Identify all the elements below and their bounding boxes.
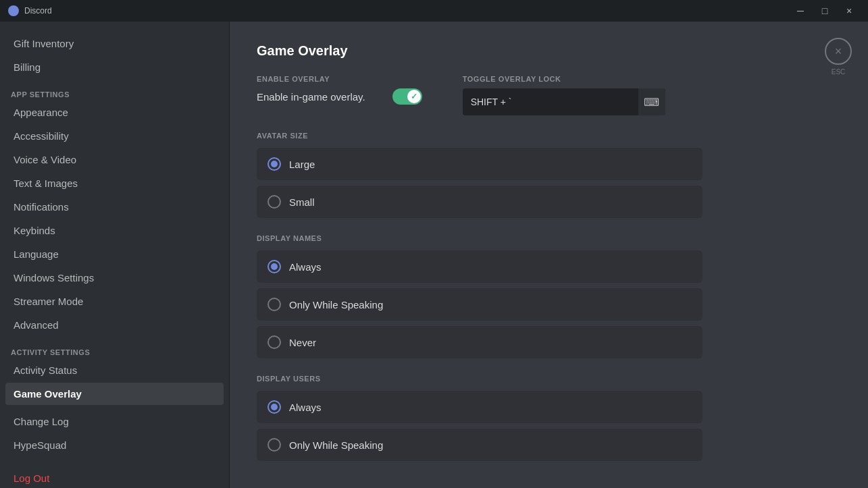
sidebar-item-change-log[interactable]: Change Log	[5, 410, 224, 433]
sidebar-item-advanced[interactable]: Advanced	[5, 314, 224, 336]
display-names-always[interactable]: Always	[257, 250, 703, 283]
close-button[interactable]: ×	[838, 3, 860, 19]
avatar-size-small[interactable]: Small	[257, 186, 703, 218]
app-settings-label: APP SETTINGS	[5, 80, 224, 101]
sidebar-item-text-images[interactable]: Text & Images	[5, 172, 224, 194]
title-bar: Discord ─ □ ×	[0, 0, 868, 22]
app-title: Discord	[24, 6, 52, 16]
avatar-size-label: AVATAR SIZE	[257, 132, 841, 140]
display-names-never[interactable]: Never	[257, 326, 703, 358]
sidebar-item-voice-video[interactable]: Voice & Video	[5, 148, 224, 171]
discord-logo-icon	[8, 5, 19, 16]
sidebar-item-appearance[interactable]: Appearance	[5, 101, 224, 124]
sidebar-item-notifications[interactable]: Notifications	[5, 196, 224, 218]
activity-settings-label: ACTIVITY SETTINGS	[5, 337, 224, 359]
display-users-only-speaking[interactable]: Only While Speaking	[257, 429, 703, 461]
logout-button[interactable]: Log Out	[5, 467, 224, 488]
toggle-knob	[407, 90, 421, 103]
keybind-input[interactable]	[463, 90, 638, 114]
page-title: Game Overlay	[257, 43, 841, 59]
minimize-button[interactable]: ─	[790, 3, 811, 19]
display-names-speaking-label: Only While Speaking	[289, 299, 383, 310]
avatar-large-label: Large	[289, 159, 315, 170]
sidebar-item-gift-inventory[interactable]: Gift Inventory	[5, 32, 224, 55]
display-names-label: DISPLAY NAMES	[257, 234, 841, 242]
sidebar: Gift Inventory Billing APP SETTINGS Appe…	[0, 22, 230, 488]
avatar-size-large[interactable]: Large	[257, 148, 703, 180]
title-bar-left: Discord	[8, 5, 52, 16]
close-overlay-button[interactable]: × ESC	[825, 38, 852, 65]
display-users-speaking-radio	[267, 438, 281, 452]
avatar-small-radio	[267, 195, 281, 209]
display-names-always-label: Always	[289, 261, 322, 273]
avatar-size-options: Large Small	[257, 148, 841, 218]
display-users-label: DISPLAY USERS	[257, 375, 841, 383]
content-area: Game Overlay × ESC ENABLE OVERLAY Enable…	[230, 22, 868, 488]
display-users-always-label: Always	[289, 402, 322, 413]
display-names-never-radio	[267, 335, 281, 349]
sidebar-item-accessibility[interactable]: Accessibility	[5, 125, 224, 147]
close-icon: ×	[835, 45, 842, 59]
enable-overlay-toggle[interactable]	[392, 88, 422, 105]
avatar-small-label: Small	[289, 196, 315, 208]
display-users-always[interactable]: Always	[257, 391, 703, 423]
enable-overlay-col: ENABLE OVERLAY Enable in-game overlay.	[257, 75, 422, 110]
maximize-button[interactable]: □	[814, 3, 836, 19]
display-names-speaking-radio	[267, 298, 281, 311]
sidebar-item-game-overlay[interactable]: Game Overlay	[5, 383, 224, 405]
display-users-always-radio	[267, 400, 281, 414]
enable-overlay-row: Enable in-game overlay.	[257, 88, 422, 105]
main-layout: Gift Inventory Billing APP SETTINGS Appe…	[0, 22, 868, 488]
keybind-container: ⌨	[463, 88, 665, 115]
toggle-overlay-lock-label: TOGGLE OVERLAY LOCK	[463, 75, 665, 83]
esc-label: ESC	[825, 68, 852, 76]
overlay-top-section: ENABLE OVERLAY Enable in-game overlay. T…	[257, 75, 841, 115]
display-names-never-label: Never	[289, 337, 316, 348]
enable-overlay-text: Enable in-game overlay.	[257, 91, 365, 103]
toggle-overlay-lock-col: TOGGLE OVERLAY LOCK ⌨	[463, 75, 665, 115]
keybind-keyboard-button[interactable]: ⌨	[638, 88, 665, 115]
sidebar-item-windows-settings[interactable]: Windows Settings	[5, 267, 224, 289]
window-controls: ─ □ ×	[790, 3, 860, 19]
display-users-speaking-label: Only While Speaking	[289, 439, 383, 451]
sidebar-item-billing[interactable]: Billing	[5, 56, 224, 78]
sidebar-item-hypesquad[interactable]: HypeSquad	[5, 434, 224, 456]
sidebar-item-streamer-mode[interactable]: Streamer Mode	[5, 290, 224, 313]
display-names-only-speaking[interactable]: Only While Speaking	[257, 288, 703, 321]
sidebar-item-language[interactable]: Language	[5, 243, 224, 265]
sidebar-item-activity-status[interactable]: Activity Status	[5, 359, 224, 381]
sidebar-item-keybinds[interactable]: Keybinds	[5, 219, 224, 242]
enable-overlay-label: ENABLE OVERLAY	[257, 75, 422, 83]
avatar-large-radio	[267, 157, 281, 171]
display-users-options: Always Only While Speaking	[257, 391, 841, 461]
display-names-options: Always Only While Speaking Never	[257, 250, 841, 358]
display-names-always-radio	[267, 260, 281, 273]
